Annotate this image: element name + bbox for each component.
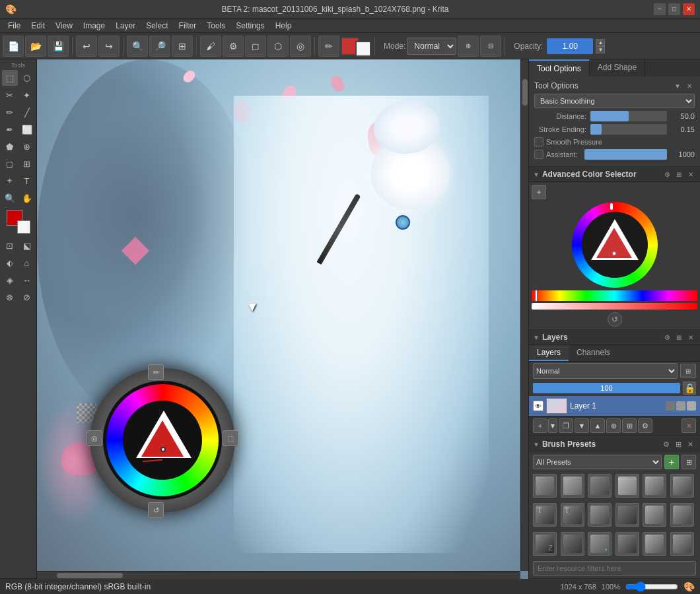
brush-item-9[interactable]	[588, 503, 612, 527]
brush-item-5[interactable]	[643, 474, 666, 498]
brush-item-3[interactable]	[588, 474, 612, 498]
brush-item-14[interactable]	[561, 532, 584, 556]
tool-colorpicker[interactable]: ⌖	[2, 173, 18, 189]
bp-float-btn[interactable]: ⊞	[672, 438, 684, 450]
tool-extra-7[interactable]: ⊗	[2, 289, 18, 305]
smooth-pressure-checkbox[interactable]	[534, 137, 543, 147]
save-button[interactable]: 💾	[48, 36, 69, 57]
zoom-in-button[interactable]: 🔍	[127, 36, 148, 57]
tool-extra-6[interactable]: ↔	[19, 272, 35, 288]
layer-move-down-btn[interactable]: ▼	[575, 418, 589, 433]
maximize-button[interactable]: □	[668, 3, 680, 15]
menu-tools[interactable]: Tools	[201, 20, 230, 32]
layer-properties-btn[interactable]: ⚙	[638, 418, 652, 433]
background-color[interactable]	[17, 220, 30, 234]
brush-settings-button[interactable]: ⚙	[223, 36, 244, 57]
zoom-fit-button[interactable]: ⊞	[172, 36, 193, 57]
acs-hue-gradient[interactable]	[532, 290, 697, 301]
assistant-checkbox[interactable]	[534, 150, 543, 159]
mode-extra-btn[interactable]: ⊕	[458, 36, 479, 57]
canvas-vscroll-thumb[interactable]	[522, 79, 528, 106]
brush-item-12[interactable]	[670, 503, 694, 527]
tool-select[interactable]: ⬚	[2, 70, 18, 86]
canvas-vscroll[interactable]	[520, 59, 528, 571]
close-button[interactable]: ✕	[683, 3, 695, 15]
tool-extra-8[interactable]: ⊘	[19, 289, 35, 305]
tool-options-collapse[interactable]: ▼	[672, 81, 683, 91]
new-file-button[interactable]: 📄	[3, 36, 24, 57]
layer-add-btn[interactable]: +	[533, 418, 547, 433]
brush-item-7[interactable]: T	[533, 503, 557, 527]
menu-edit[interactable]: Edit	[26, 20, 50, 32]
menu-help[interactable]: Help	[270, 20, 297, 32]
color-wheel-overlay[interactable]: ✏ ◎ ⬚ ↺	[90, 368, 235, 513]
tool-smudge[interactable]: ⊞	[19, 156, 35, 172]
tool-pan[interactable]: ✋	[19, 190, 35, 206]
layer-lock-btn[interactable]: 🔒	[683, 381, 696, 395]
brush-item-11[interactable]	[643, 503, 666, 527]
tab-layers[interactable]: Layers	[529, 345, 569, 361]
open-file-button[interactable]: 📂	[25, 36, 46, 57]
zoom-out-button[interactable]: 🔎	[149, 36, 170, 57]
acs-refresh-button[interactable]: ↺	[608, 312, 622, 327]
blend-mode-select[interactable]: Normal Multiply Screen	[407, 38, 456, 55]
layers-close-btn[interactable]: ✕	[685, 332, 696, 343]
menu-view[interactable]: View	[50, 20, 78, 32]
tool-eraser[interactable]: ◻	[2, 156, 18, 172]
color-bg-button[interactable]	[355, 41, 371, 57]
tool-fill[interactable]: ⊕	[19, 139, 35, 154]
layer-group-btn[interactable]: ⊕	[606, 418, 621, 433]
layer-delete-btn[interactable]: ✕	[682, 418, 696, 433]
canvas-hscroll-thumb[interactable]	[57, 573, 123, 578]
brush-item-15[interactable]: ●	[588, 532, 612, 556]
menu-image[interactable]: Image	[78, 20, 110, 32]
assistant-slider[interactable]	[584, 149, 667, 160]
menu-layer[interactable]: Layer	[110, 20, 141, 32]
layers-float-btn[interactable]: ⊞	[674, 332, 684, 343]
layer-item-1[interactable]: 👁 Layer 1	[529, 396, 700, 416]
layers-collapse-arrow[interactable]: ▼	[533, 334, 540, 341]
opacity-down-arrow[interactable]: ▼	[596, 46, 605, 53]
stroke-ending-slider[interactable]	[590, 124, 667, 135]
wheel-tool-right[interactable]: ⬚	[223, 430, 238, 446]
layer-duplicate-btn[interactable]: ❐	[559, 418, 573, 433]
acs-close-btn[interactable]: ✕	[685, 169, 696, 180]
tool-gradient[interactable]: ⬟	[2, 139, 18, 154]
minimize-button[interactable]: −	[654, 3, 666, 15]
wheel-tool-left[interactable]: ◎	[87, 430, 102, 446]
brush-item-10[interactable]	[615, 503, 639, 527]
opacity-stepper[interactable]: ▲ ▼	[596, 39, 605, 53]
tool-line[interactable]: ╱	[19, 104, 35, 120]
acs-settings-btn[interactable]: ⚙	[662, 169, 672, 180]
tool-freehand[interactable]: ✏	[2, 104, 18, 120]
layer-flatten-btn[interactable]: ⊞	[622, 418, 637, 433]
acs-wheel-outer[interactable]	[572, 202, 658, 288]
tab-add-shape[interactable]: Add Shape	[590, 59, 645, 77]
tab-tool-options[interactable]: Tool Options	[529, 59, 590, 77]
artwork-canvas[interactable]: ✏ ◎ ⬚ ↺	[37, 59, 528, 579]
bp-settings-btn[interactable]: ⚙	[660, 438, 672, 450]
tool-move[interactable]: ✦	[19, 87, 35, 103]
wheel-tool-top[interactable]: ✏	[148, 364, 164, 380]
resource-filter-input[interactable]	[533, 561, 696, 576]
menu-settings[interactable]: Settings	[230, 20, 269, 32]
bp-filter-select[interactable]: All Presets	[533, 455, 662, 469]
tool-extra-5[interactable]: ◈	[2, 272, 18, 288]
tool-calligraphy[interactable]: ✒	[2, 121, 18, 137]
brush-item-4[interactable]	[615, 474, 639, 498]
mode-extra-btn2[interactable]: ⊟	[480, 36, 501, 57]
brush-item-2[interactable]	[561, 474, 584, 498]
eraser-button[interactable]: ◻	[245, 36, 266, 57]
layer-options-btn[interactable]: ⊞	[680, 364, 696, 378]
tool-zoom[interactable]: 🔍	[2, 190, 18, 206]
bp-add-preset-btn[interactable]: +	[664, 455, 679, 469]
brush-item-16[interactable]	[615, 532, 639, 556]
layer-move-up-btn[interactable]: ▲	[590, 418, 605, 433]
canvas-area[interactable]: ✏ ◎ ⬚ ↺	[37, 59, 528, 579]
tool-extra-3[interactable]: ⬖	[2, 255, 18, 271]
brush-item-8[interactable]: T	[561, 503, 584, 527]
zoom-slider[interactable]	[625, 582, 678, 591]
brush-item-13[interactable]: Z	[533, 532, 557, 556]
menu-file[interactable]: File	[3, 20, 26, 32]
smoothing-dropdown[interactable]: Basic Smoothing	[534, 94, 695, 108]
